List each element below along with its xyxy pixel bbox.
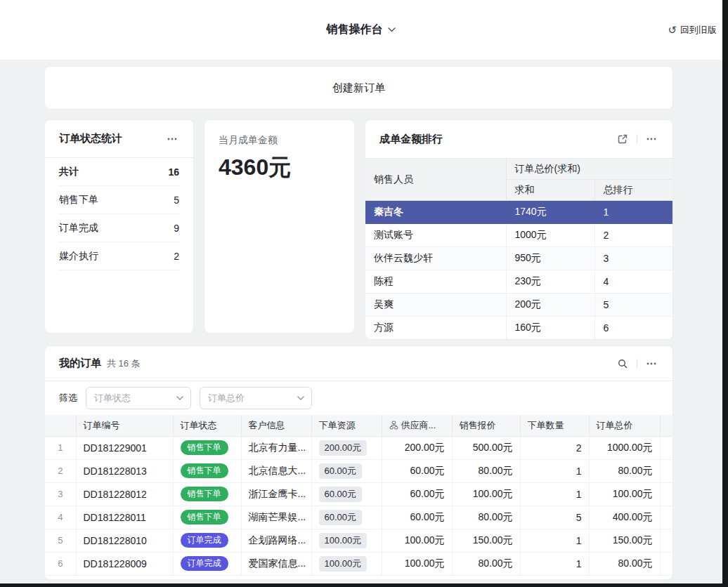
order-index: 4 bbox=[45, 506, 76, 529]
sales-quote: 100.00元 bbox=[452, 482, 520, 506]
supplier-quote: 200.00元 bbox=[382, 436, 452, 459]
order-resource-cell: 60.00元 bbox=[311, 459, 382, 482]
col-order-number: 订单编号 bbox=[76, 415, 173, 436]
order-resource-cell: 200.00元 bbox=[311, 436, 382, 459]
ranking-rank: 4 bbox=[594, 270, 672, 294]
order-total-filter-select[interactable]: 订单总价 bbox=[200, 387, 312, 409]
order-total-filter-placeholder: 订单总价 bbox=[208, 392, 245, 404]
supplier-quote: 100.00元 bbox=[382, 529, 452, 552]
status-row-value: 2 bbox=[174, 251, 179, 262]
supplier-quote: 60.00元 bbox=[382, 506, 452, 529]
order-status-stats-card: 订单状态统计 共计16销售下单5订单完成9媒介执行2 bbox=[44, 119, 194, 334]
order-status-cell: 销售下单 bbox=[173, 482, 241, 506]
order-total: 400.00元 bbox=[589, 506, 660, 529]
col-spacer bbox=[660, 415, 672, 436]
chevron-down-icon bbox=[176, 394, 184, 402]
ranking-amount: 950元 bbox=[506, 247, 594, 270]
ranking-row[interactable]: 伙伴云魏少轩950元3 bbox=[365, 247, 672, 270]
order-status-filter-select[interactable]: 订单状态 bbox=[86, 387, 191, 409]
resource-pill: 60.00元 bbox=[319, 487, 363, 502]
order-resource-cell: 100.00元 bbox=[311, 529, 382, 552]
ranking-row[interactable]: 吴爽200元5 bbox=[365, 294, 672, 317]
order-index: 3 bbox=[45, 482, 76, 506]
ranking-person: 伙伴云魏少轩 bbox=[365, 247, 506, 270]
customer-info: 浙江金鹰卡... bbox=[241, 482, 311, 506]
create-new-order-button[interactable]: 创建新订单 bbox=[44, 66, 673, 110]
resource-pill: 60.00元 bbox=[319, 463, 363, 479]
ranking-card-actions bbox=[616, 132, 658, 146]
order-resource-cell: 100.00元 bbox=[311, 552, 382, 575]
order-number: DD181228013 bbox=[76, 459, 173, 482]
col-order-status: 订单状态 bbox=[173, 415, 241, 436]
ranking-amount: 230元 bbox=[506, 270, 594, 294]
col-sales-quote: 销售报价 bbox=[452, 415, 520, 436]
status-row-label: 订单完成 bbox=[59, 222, 98, 235]
supplier-quote: 60.00元 bbox=[382, 459, 452, 482]
order-index: 5 bbox=[45, 529, 76, 552]
order-row[interactable]: 1DD181229001销售下单北京有力量...200.00元200.00元50… bbox=[45, 436, 672, 459]
status-row-value: 16 bbox=[168, 166, 179, 178]
order-qty: 1 bbox=[520, 552, 589, 575]
top-bar: 销售操作台 ↺ 回到旧版 bbox=[0, 0, 722, 60]
order-number: DD181228010 bbox=[76, 529, 173, 552]
more-icon[interactable] bbox=[165, 132, 179, 146]
status-badge: 销售下单 bbox=[181, 463, 228, 478]
customer-info: 北京信息大... bbox=[241, 459, 311, 482]
order-resource-cell: 60.00元 bbox=[311, 506, 382, 529]
order-row[interactable]: 3DD181228012销售下单浙江金鹰卡...60.00元60.00元100.… bbox=[45, 482, 672, 506]
order-row[interactable]: 2DD181228013销售下单北京信息大...60.00元60.00元80.0… bbox=[45, 459, 672, 482]
order-status-stats-header: 订单状态统计 bbox=[45, 120, 193, 158]
order-resource-cell: 60.00元 bbox=[311, 482, 382, 506]
col-order-resource: 下单资源 bbox=[311, 415, 382, 436]
ranking-card-title: 成单金额排行 bbox=[379, 133, 443, 146]
order-total: 1000.00元 bbox=[589, 436, 660, 459]
order-number: DD181228011 bbox=[76, 506, 173, 529]
status-row-label: 销售下单 bbox=[59, 194, 98, 206]
order-row[interactable]: 4DD181228011销售下单湖南芒果娱...60.00元60.00元80.0… bbox=[45, 506, 672, 529]
my-orders-actions bbox=[616, 357, 658, 371]
status-row-label: 共计 bbox=[59, 166, 79, 178]
sales-quote: 80.00元 bbox=[452, 552, 520, 575]
order-status-cell: 订单完成 bbox=[173, 552, 241, 575]
status-row-label: 媒介执行 bbox=[59, 250, 98, 263]
order-row[interactable]: 6DD181228009订单完成爱国家信息...100.00元100.00元80… bbox=[45, 552, 672, 575]
order-number: DD181229001 bbox=[76, 436, 173, 459]
ranking-card: 成单金额排行 销售人员 bbox=[365, 119, 673, 340]
order-number: DD181228009 bbox=[76, 552, 173, 575]
more-icon[interactable] bbox=[644, 357, 658, 371]
search-icon[interactable] bbox=[616, 357, 630, 371]
ranking-row[interactable]: 秦吉冬1740元1 bbox=[365, 201, 672, 224]
page-title: 销售操作台 bbox=[327, 22, 383, 37]
status-badge: 订单完成 bbox=[181, 556, 228, 571]
status-row: 销售下单5 bbox=[59, 186, 179, 214]
more-icon[interactable] bbox=[644, 132, 658, 146]
ranking-row[interactable]: 陈程230元4 bbox=[365, 270, 672, 294]
order-row[interactable]: 5DD181228010订单完成企划路网络...100.00元100.00元15… bbox=[45, 529, 672, 552]
row-spacer-cell bbox=[660, 436, 672, 459]
ranking-col-person: 销售人员 bbox=[365, 159, 506, 201]
order-index: 1 bbox=[45, 436, 76, 459]
workspace-switcher[interactable]: 销售操作台 bbox=[327, 22, 396, 37]
my-orders-card: 我的订单 共 16 条 筛选 订单状态 bbox=[44, 345, 673, 580]
ranking-rank: 5 bbox=[594, 294, 672, 317]
col-order-qty: 下单数量 bbox=[520, 415, 589, 436]
export-icon[interactable] bbox=[616, 132, 630, 146]
sales-quote: 150.00元 bbox=[452, 529, 520, 552]
order-total: 80.00元 bbox=[589, 459, 660, 482]
status-badge: 销售下单 bbox=[181, 440, 228, 455]
supplier-quote: 100.00元 bbox=[382, 552, 452, 575]
my-orders-header: 我的订单 共 16 条 bbox=[45, 346, 672, 381]
row-spacer-cell bbox=[660, 459, 672, 482]
order-qty: 5 bbox=[520, 506, 589, 529]
ranking-row[interactable]: 测试账号1000元2 bbox=[365, 224, 672, 247]
index-column-header bbox=[45, 415, 76, 436]
back-to-old-version-button[interactable]: ↺ 回到旧版 bbox=[668, 0, 717, 60]
ranking-row[interactable]: 方源160元6 bbox=[365, 317, 672, 340]
create-new-order-label: 创建新订单 bbox=[332, 81, 385, 95]
col-supplier-label: 供应商... bbox=[401, 419, 436, 432]
sales-quote: 500.00元 bbox=[452, 436, 520, 459]
order-status-filter-placeholder: 订单状态 bbox=[94, 392, 131, 404]
order-number: DD181228012 bbox=[76, 482, 173, 506]
ranking-table: 销售人员 订单总价(求和) 求和 总排行 秦吉冬1740元1测试账号1000元2… bbox=[365, 158, 672, 340]
order-total: 150.00元 bbox=[589, 529, 660, 552]
